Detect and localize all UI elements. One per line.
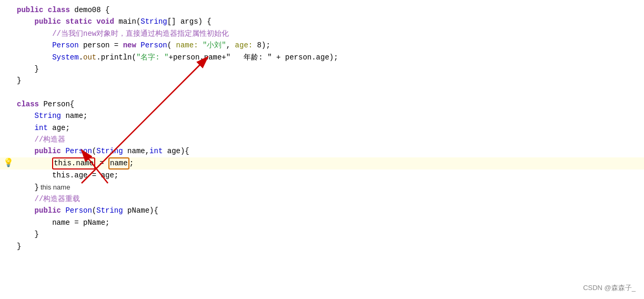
line-content-12: //构造器 <box>15 134 644 145</box>
watermark: CSDN @森森子_ <box>583 283 636 294</box>
code-line-20: } <box>0 228 644 240</box>
line-content-4: Person person = new Person( name: "小刘", … <box>15 39 644 51</box>
code-line-12: //构造器 <box>0 134 644 145</box>
code-line-15: this.age = age; <box>0 170 644 181</box>
code-line-6: } <box>0 63 644 75</box>
line-content-20: } <box>15 228 644 240</box>
code-line-11: int age; <box>0 122 644 134</box>
line-content-7: } <box>15 75 644 86</box>
code-line-4: Person person = new Person( name: "小刘", … <box>0 39 644 51</box>
line-content-6: } <box>15 63 644 75</box>
line-content-5: System.out.println("名字: "+person.name+" … <box>15 52 644 63</box>
lightbulb-icon: 💡 <box>3 157 14 171</box>
code-line-13: public Person(String name,int age){ <box>0 145 644 157</box>
line-content-13: public Person(String name,int age){ <box>15 145 644 157</box>
code-line-16: } <box>0 182 644 193</box>
line-content-11: int age; <box>15 122 644 134</box>
code-line-2: public static void main(String[] args) { <box>0 16 644 27</box>
code-line-7: } <box>0 75 644 86</box>
code-line-18: public Person(String pName){ <box>0 205 644 216</box>
code-line-1: public class demo08 { <box>0 4 644 16</box>
line-content-16: } <box>15 182 644 193</box>
name-param-highlight: name <box>108 157 129 170</box>
code-line-19: name = pName; <box>0 217 644 228</box>
this-name-highlight: this.name <box>52 157 95 170</box>
code-line-3: //当我们new对象时，直接通过构造器指定属性初始化 <box>0 28 644 39</box>
code-line-14: 💡 this.name = name; <box>0 157 644 170</box>
line-content-9: class Person{ <box>15 98 644 110</box>
line-content-2: public static void main(String[] args) { <box>15 16 644 27</box>
code-line-5: System.out.println("名字: "+person.name+" … <box>0 52 644 63</box>
line-content-15: this.age = age; <box>15 170 644 181</box>
code-line-9: class Person{ <box>0 98 644 110</box>
code-line-21: } <box>0 241 644 252</box>
line-content-21: } <box>15 241 644 252</box>
line-content-10: String name; <box>15 110 644 122</box>
code-line-8 <box>0 87 644 98</box>
line-content-3: //当我们new对象时，直接通过构造器指定属性初始化 <box>15 28 644 39</box>
code-line-17: //构造器重载 <box>0 193 644 205</box>
line-content-1: public class demo08 { <box>15 4 644 16</box>
code-line-10: String name; <box>0 110 644 122</box>
line-content-19: name = pName; <box>15 217 644 228</box>
line-content-17: //构造器重载 <box>15 193 644 205</box>
line-content-18: public Person(String pName){ <box>15 205 644 216</box>
code-container: public class demo08 { public static void… <box>0 0 644 299</box>
line-content-14: this.name = name; <box>15 157 644 170</box>
